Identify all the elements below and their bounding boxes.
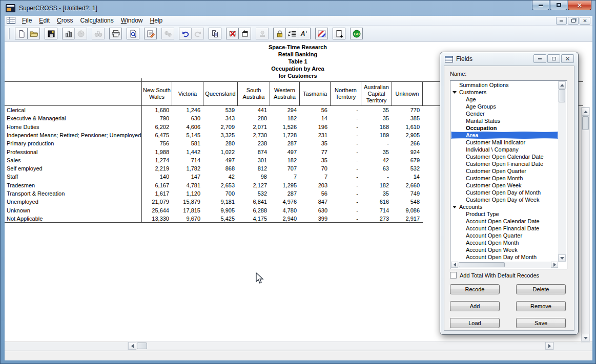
column-header-2[interactable]: Victoria — [172, 82, 203, 105]
field-item-individual-company[interactable]: Individual \ Company — [451, 146, 558, 153]
field-item-age-groups[interactable]: Age Groups — [451, 103, 558, 110]
collapse-triangle-icon[interactable] — [453, 91, 457, 94]
listbox-scroll-right-button[interactable] — [551, 262, 558, 268]
new-table-button[interactable] — [15, 28, 28, 39]
close-button[interactable]: ✕ — [568, 1, 591, 10]
field-item-account-open-financial-date[interactable]: Account Open Financial Date — [451, 225, 558, 232]
field-item-account-open-week[interactable]: Account Open Week — [451, 246, 558, 253]
colors-button[interactable] — [315, 28, 328, 39]
field-item-product-type[interactable]: Product Type — [451, 210, 558, 218]
menu-file[interactable]: File — [18, 16, 35, 25]
undo-button[interactable] — [179, 28, 192, 39]
scroll-up-button[interactable] — [582, 108, 589, 116]
field-item-occupation[interactable]: Occupation — [451, 124, 558, 132]
field-item-area[interactable]: Area — [451, 132, 558, 139]
field-item-marital-status[interactable]: Marital Status — [451, 117, 558, 124]
child-restore-button[interactable] — [568, 17, 579, 25]
stamp-button[interactable] — [256, 28, 269, 39]
recode-button[interactable]: Recode — [450, 284, 500, 294]
print-preview-button[interactable] — [127, 28, 139, 39]
remove-button[interactable]: Remove — [516, 301, 566, 311]
add-total-checkbox[interactable] — [450, 272, 457, 279]
pie-chart-button[interactable] — [74, 28, 87, 39]
child-close-button[interactable]: ✕ — [580, 17, 590, 25]
table-row[interactable]: Professional1,9881,4421,02287449777-3592… — [6, 147, 423, 156]
font-size-button[interactable]: A+ — [298, 28, 311, 39]
toolbar-grip[interactable] — [8, 28, 10, 39]
load-button[interactable]: Load — [450, 318, 500, 328]
table-row[interactable]: Tradesmen6,1674,7812,6532,1271,295203-18… — [6, 181, 423, 189]
listbox-horizontal-scrollbar[interactable] — [451, 262, 558, 268]
edit-annotations-button[interactable] — [144, 28, 157, 39]
menu-calculations[interactable]: Calculations — [76, 16, 117, 25]
field-item-account-open-calendar-date[interactable]: Account Open Calendar Date — [451, 218, 558, 225]
field-item-account-open-day-of-month[interactable]: Account Open Day of Month — [451, 253, 558, 261]
table-row[interactable]: Executive & Managerial79063034328018214-… — [6, 114, 423, 122]
table-body[interactable]: Clerical1,6801,24653944129456-35770Execu… — [6, 106, 423, 223]
child-window-icon[interactable] — [7, 17, 15, 24]
find-button[interactable] — [92, 28, 105, 39]
clear-table-button[interactable] — [226, 28, 239, 39]
field-item-customer-open-day-of-month[interactable]: Customer Open Day of Month — [451, 189, 558, 196]
scroll-left-button[interactable] — [128, 342, 136, 350]
column-header-9[interactable]: Unknown — [392, 82, 422, 105]
menu-cross[interactable]: Cross — [53, 16, 76, 25]
minimize-button[interactable] — [532, 1, 549, 10]
horizontal-scroll-thumb[interactable] — [137, 342, 147, 349]
listbox-scroll-down-button[interactable] — [558, 254, 566, 262]
save-button[interactable]: Save — [516, 318, 566, 328]
horizontal-scrollbar[interactable] — [128, 341, 554, 350]
table-row[interactable]: Sales1,27471449730118235-42679 — [6, 156, 423, 164]
table-row[interactable]: Unknown25,64417,8159,9056,2884,780630-71… — [6, 206, 423, 214]
add-button[interactable]: Add — [450, 301, 500, 311]
bar-chart-button[interactable] — [62, 28, 75, 39]
fields-listbox[interactable]: Summation OptionsCustomersAgeAge GroupsG… — [450, 80, 567, 269]
dialog-close-button[interactable]: ✕ — [561, 54, 574, 63]
derivations-button[interactable] — [161, 28, 174, 39]
field-item-summation-options[interactable]: Summation Options — [451, 81, 558, 89]
table-row[interactable]: Clerical1,6801,24653944129456-35770 — [6, 106, 423, 114]
column-header-1[interactable]: New South Wales — [142, 82, 172, 105]
menu-window[interactable]: Window — [117, 16, 147, 25]
fields-button[interactable] — [285, 28, 298, 39]
table-row[interactable]: Home Duties6,2024,6062,7092,0711,526196-… — [6, 123, 423, 131]
field-item-customer-open-day-of-week[interactable]: Customer Open Day of Week — [451, 196, 558, 203]
table-row[interactable]: Transport & Recreation1,6171,12070053228… — [6, 189, 423, 198]
fields-dialog-title-bar[interactable]: Fields ✕ — [440, 52, 578, 66]
dialog-maximize-button[interactable] — [547, 54, 560, 63]
title-bar[interactable]: SuperCROSS - [Untitled?: 1] ✕ — [1, 1, 595, 16]
add-records-button[interactable] — [333, 28, 345, 39]
column-header-6[interactable]: Tasmania — [300, 82, 330, 105]
listbox-hscroll-thumb[interactable] — [459, 262, 505, 267]
field-item-customer-open-quarter[interactable]: Customer Open Quarter — [451, 167, 558, 175]
column-header-5[interactable]: Western Australia — [270, 82, 299, 105]
table-row[interactable]: Independent Means; Retired; Pensioner; U… — [6, 131, 423, 139]
transpose-button[interactable] — [238, 28, 251, 39]
table-row[interactable]: Not Applicable13,3309,6705,4254,1752,940… — [6, 215, 423, 223]
redo-button[interactable] — [191, 28, 204, 39]
save-button[interactable] — [45, 28, 57, 39]
copy-button[interactable] — [209, 28, 221, 39]
vertical-scrollbar[interactable] — [581, 107, 590, 342]
field-item-customer-mail-indicator[interactable]: Customer Mail Indicator — [451, 139, 558, 146]
field-item-customer-open-week[interactable]: Customer Open Week — [451, 182, 558, 189]
field-item-account-open-quarter[interactable]: Account Open Quarter — [451, 232, 558, 239]
listbox-vertical-scrollbar[interactable] — [558, 81, 566, 262]
maximize-button[interactable] — [550, 1, 567, 10]
open-button[interactable] — [27, 28, 40, 39]
field-item-customer-open-month[interactable]: Customer Open Month — [451, 175, 558, 182]
menu-edit[interactable]: Edit — [35, 16, 53, 25]
dialog-minimize-button[interactable] — [533, 54, 546, 63]
field-item-age[interactable]: Age — [451, 96, 558, 103]
listbox-scroll-up-button[interactable] — [558, 81, 566, 89]
print-button[interactable] — [109, 28, 122, 39]
field-item-gender[interactable]: Gender — [451, 110, 558, 117]
column-header-8[interactable]: Australian Capital Territory — [361, 82, 392, 105]
vertical-scroll-thumb[interactable] — [582, 116, 589, 130]
scroll-right-button[interactable] — [545, 342, 553, 350]
scroll-down-button[interactable] — [582, 334, 589, 342]
column-header-7[interactable]: Northern Territory — [331, 82, 361, 105]
table-row[interactable]: Self employed2,2191,78286881270770-63532 — [6, 164, 423, 173]
field-item-accounts[interactable]: Accounts — [451, 203, 558, 210]
menu-help[interactable]: Help — [146, 16, 166, 25]
